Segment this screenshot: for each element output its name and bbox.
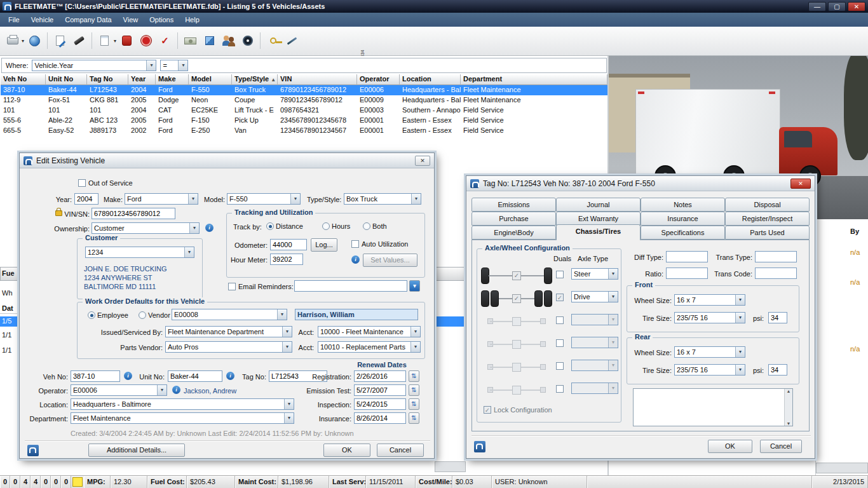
menu-help[interactable]: Help xyxy=(179,14,205,25)
personnel-button[interactable] xyxy=(220,31,237,50)
axle-type-dropdown-1[interactable]: Steer▾ xyxy=(571,268,618,280)
duals-checkbox-4[interactable] xyxy=(556,339,564,347)
axle-5-graphic[interactable] xyxy=(481,358,552,376)
odometer-field[interactable] xyxy=(270,239,307,250)
edit-vehicle-button[interactable] xyxy=(51,31,69,50)
rear-psi-field[interactable] xyxy=(768,364,787,376)
axle-type-dropdown-2[interactable]: Drive▾ xyxy=(571,291,618,302)
year-field[interactable] xyxy=(74,193,98,205)
vin-field[interactable] xyxy=(92,208,175,219)
chassis-dialog-close-button[interactable]: ✕ xyxy=(790,179,811,189)
print-dropdown-arrow-icon[interactable]: ▾ xyxy=(22,38,24,44)
col-location[interactable]: Location xyxy=(400,74,461,85)
minimize-button[interactable]: — xyxy=(808,2,826,11)
track-hours-option[interactable]: Hours xyxy=(322,222,350,231)
acct1-dropdown[interactable]: 10000 - Fleet Maintenance▾ xyxy=(318,326,421,337)
reminder-button[interactable] xyxy=(137,31,154,50)
insurance-field[interactable] xyxy=(354,412,406,424)
rear-wheel-size-dropdown[interactable]: 16 x 7▾ xyxy=(674,346,745,358)
close-button[interactable]: ✕ xyxy=(848,2,865,11)
set-values-info-icon[interactable]: i xyxy=(351,255,360,264)
edit-dialog-close-button[interactable]: ✕ xyxy=(415,156,430,166)
make-dropdown[interactable]: Ford▾ xyxy=(125,193,198,205)
trans-type-field[interactable] xyxy=(755,251,797,262)
location-dropdown[interactable]: Headquarters - Baltimore▾ xyxy=(71,398,294,410)
log-button[interactable]: Log... xyxy=(311,238,337,252)
document-dropdown-arrow-icon[interactable]: ▾ xyxy=(114,38,116,44)
model-dropdown[interactable]: F-550▾ xyxy=(227,193,301,205)
tab-engine-body[interactable]: Engine\Body xyxy=(471,226,556,240)
duals-checkbox-2[interactable]: ✓ xyxy=(556,294,564,301)
tab-register-inspect[interactable]: Register/Inspect xyxy=(725,212,810,226)
set-values-button[interactable]: Set Values... xyxy=(363,254,417,267)
tab-insurance[interactable]: Insurance xyxy=(641,212,725,226)
auto-utilization-checkbox[interactable]: Auto Utilization xyxy=(351,240,408,248)
scan-tool-button[interactable] xyxy=(71,31,88,50)
filter-field-dropdown[interactable]: Vehicle.Year ▾ xyxy=(32,60,156,71)
menu-view[interactable]: View xyxy=(118,14,144,25)
front-wheel-size-dropdown[interactable]: 16 x 7▾ xyxy=(674,294,745,306)
axle-type-dropdown-6[interactable]: ▾ xyxy=(571,383,618,394)
chassis-notes-textarea[interactable]: ▲▼ xyxy=(633,388,793,426)
unit-no-info-icon[interactable]: i xyxy=(226,372,234,380)
fuel-row-clip[interactable]: 1/1 xyxy=(0,330,19,341)
tab-notes[interactable]: Notes xyxy=(641,198,725,212)
wo-employee-dropdown[interactable]: E00008▾ xyxy=(172,309,287,320)
vehicle-row-selected[interactable]: 387-10Baker-44L7125432004FordF-550Box Tr… xyxy=(1,85,607,95)
vehicle-row[interactable]: 555-6Able-22ABC 1232005FordF-150Pick Up2… xyxy=(1,116,607,126)
ratio-field[interactable] xyxy=(666,268,708,279)
tab-journal[interactable]: Journal xyxy=(556,198,641,212)
operator-dropdown[interactable]: E00006▾ xyxy=(71,384,167,396)
scroll-up-icon[interactable]: ▲ xyxy=(785,389,792,393)
filter-operator-dropdown[interactable]: = ▾ xyxy=(160,60,188,71)
wo-vendor-option[interactable]: Vendor xyxy=(139,311,170,320)
web-button[interactable] xyxy=(26,31,43,50)
col-vin[interactable]: VIN xyxy=(278,74,357,85)
rear-tire-size-dropdown[interactable]: 235/75 16▾ xyxy=(674,364,745,376)
tab-specifications[interactable]: Specifications xyxy=(641,226,725,240)
additional-details-button[interactable]: Additional Details... xyxy=(88,444,185,457)
axle-type-dropdown-4[interactable]: ▾ xyxy=(571,337,618,348)
veh-no-info-icon[interactable]: i xyxy=(124,372,132,380)
col-make[interactable]: Make xyxy=(156,74,189,85)
insurance-date-button[interactable]: ⇅ xyxy=(409,412,419,424)
tab-disposal[interactable]: Disposal xyxy=(725,198,810,212)
col-model[interactable]: Model xyxy=(189,74,232,85)
inspection-field[interactable] xyxy=(354,398,406,410)
scrollbar-fragment[interactable] xyxy=(435,461,466,472)
axle-2-graphic[interactable]: ✓ xyxy=(481,290,552,308)
menu-file[interactable]: File xyxy=(3,14,25,25)
col-tag-no[interactable]: Tag No xyxy=(87,74,128,85)
axle-6-graphic[interactable] xyxy=(481,381,552,399)
new-document-button[interactable] xyxy=(96,31,113,50)
type-style-dropdown[interactable]: Box Truck▾ xyxy=(344,193,421,205)
approve-button[interactable]: ✓ xyxy=(156,31,173,50)
fuel-row-clip[interactable]: 1/5 xyxy=(0,316,19,327)
track-both-option[interactable]: Both xyxy=(363,222,387,231)
email-field[interactable] xyxy=(294,280,407,292)
ownership-dropdown[interactable]: Customer▾ xyxy=(92,222,200,234)
inspection-date-button[interactable]: ⇅ xyxy=(409,398,419,410)
col-unit-no[interactable]: Unit No xyxy=(46,74,87,85)
registration-field[interactable] xyxy=(354,370,406,382)
department-dropdown[interactable]: Fleet Maintenance▾ xyxy=(71,412,294,424)
edit-ok-button[interactable]: OK xyxy=(323,444,370,457)
axle-type-dropdown-5[interactable]: ▾ xyxy=(571,360,618,371)
signature-button[interactable] xyxy=(283,31,301,50)
lock-configuration-checkbox[interactable]: ✓ Lock Configuration xyxy=(484,405,552,414)
axle-connector-checkbox[interactable]: ✓ xyxy=(512,271,521,280)
col-veh-no[interactable]: Veh No xyxy=(1,74,46,85)
email-dropdown-button[interactable]: ▾ xyxy=(409,280,420,292)
operator-info-icon[interactable]: i xyxy=(172,386,180,394)
print-button[interactable] xyxy=(4,31,21,50)
diff-type-field[interactable] xyxy=(666,251,708,262)
tab-emissions[interactable]: Emissions xyxy=(471,198,556,212)
registration-date-button[interactable]: ⇅ xyxy=(409,370,419,382)
unit-no-field[interactable] xyxy=(168,370,222,382)
duals-checkbox-1[interactable] xyxy=(556,271,564,278)
vehicle-row[interactable]: 665-5Easy-52J8891732002FordE-250Van12345… xyxy=(1,126,607,136)
col-year[interactable]: Year xyxy=(128,74,156,85)
tab-ext-warranty[interactable]: Ext Warranty xyxy=(556,212,641,226)
front-tire-size-dropdown[interactable]: 235/75 16▾ xyxy=(674,312,745,323)
out-of-service-checkbox[interactable]: Out of Service xyxy=(78,179,133,187)
